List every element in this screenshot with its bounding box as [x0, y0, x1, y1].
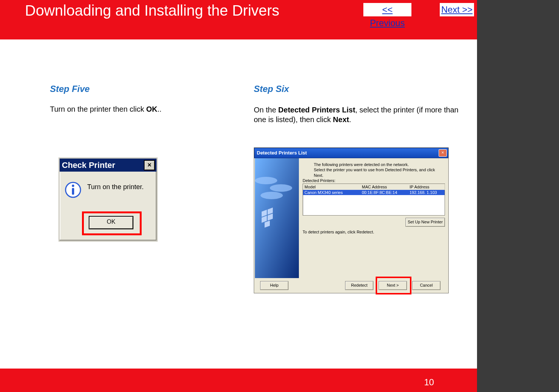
svg-rect-3	[255, 158, 299, 278]
svg-point-6	[260, 192, 283, 199]
step-five-text: Turn on the printer then click OK..	[50, 105, 218, 114]
step6-text-bold1: Detected Printers List	[278, 106, 356, 114]
step6-text-bold2: Next	[333, 115, 349, 124]
detected-printers-titlebar: Detected Printers List	[254, 148, 448, 158]
svg-point-4	[255, 177, 277, 184]
check-printer-message: Turn on the printer.	[87, 183, 143, 191]
step-six-heading: Step Six	[254, 84, 289, 94]
redetect-note: To detect printers again, click Redetect…	[303, 230, 374, 234]
cell-ip: 192.168. 1.103	[408, 190, 445, 195]
step6-text-before: On the	[254, 106, 278, 114]
right-letterbox	[477, 0, 559, 392]
close-icon[interactable]: ×	[439, 149, 447, 157]
column-model[interactable]: Model	[303, 184, 361, 190]
info-icon	[65, 182, 81, 198]
detected-printers-dialog: Detected Printers List ×	[254, 147, 449, 293]
table-row[interactable]: Canon MX340 series 00:1E:8F:8C:BE:14 192…	[303, 190, 445, 195]
check-printer-titlebar: Check Printer	[60, 159, 157, 172]
wizard-sidebar-graphic	[255, 158, 299, 278]
step6-text-after: .	[349, 115, 351, 124]
ok-button[interactable]: OK	[89, 216, 133, 229]
redetect-button[interactable]: Redetect	[345, 281, 373, 290]
setup-new-printer-button[interactable]: Set Up New Printer	[405, 218, 445, 227]
next-button[interactable]: Next >>	[440, 3, 474, 16]
column-mac[interactable]: MAC Address	[360, 184, 408, 190]
cell-model: Canon MX340 series	[303, 190, 360, 195]
step5-text-after: ..	[157, 105, 161, 113]
page-number: 10	[424, 377, 434, 388]
step-five-heading: Step Five	[50, 84, 90, 94]
svg-point-1	[72, 185, 74, 187]
cancel-button[interactable]: Cancel	[412, 281, 440, 290]
detected-printers-label: Detected Printers:	[303, 178, 335, 183]
previous-button[interactable]: << Previous	[363, 3, 411, 16]
svg-rect-2	[72, 188, 74, 195]
cell-mac: 00:1E:8F:8C:BE:14	[360, 190, 408, 195]
step5-text-bold: OK	[146, 105, 157, 113]
detected-printers-table[interactable]: Model MAC Address IP Address Canon MX340…	[303, 184, 445, 216]
step5-text-before: Turn on the printer then click	[50, 105, 146, 113]
detected-printers-intro: The following printers were detected on …	[314, 162, 440, 178]
column-ip[interactable]: IP Address	[408, 184, 445, 190]
svg-point-5	[270, 184, 292, 192]
footer-bar	[0, 369, 477, 392]
next-step-button[interactable]: Next >	[379, 281, 407, 290]
page-title: Downloading and Installing the Drivers	[25, 2, 280, 19]
close-icon[interactable]: ×	[144, 160, 155, 170]
help-button[interactable]: Help	[260, 281, 288, 290]
step-six-text: On the Detected Printers List, select th…	[254, 105, 462, 124]
check-printer-dialog: Check Printer × Turn on the printer. OK	[59, 157, 158, 242]
